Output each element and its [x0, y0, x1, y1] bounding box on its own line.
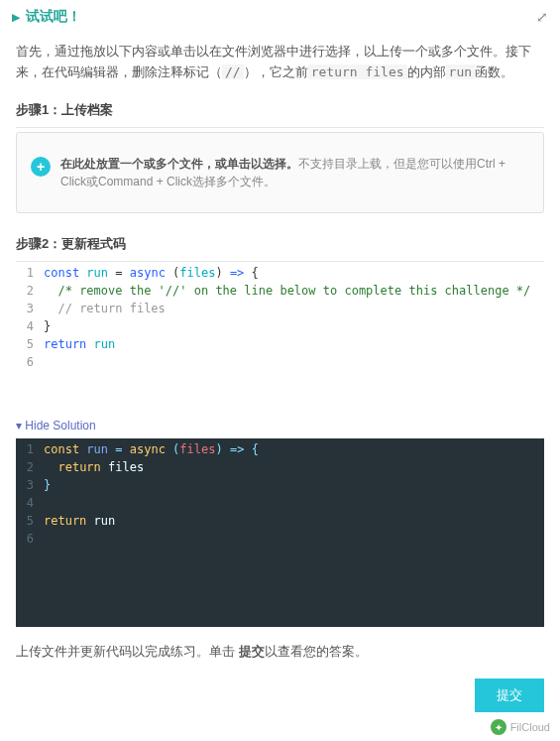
code-line: 3} [16, 476, 544, 494]
code-editor-light[interactable]: 1const run = async (files) => {2 /* remo… [16, 264, 544, 413]
line-number: 4 [16, 494, 44, 512]
line-content[interactable]: /* remove the '//' on the line below to … [44, 282, 544, 300]
code-line[interactable]: 3 // return files [16, 300, 544, 317]
upload-instructions: 在此处放置一个或多个文件，或单击以选择。不支持目录上载，但是您可以使用Ctrl … [60, 155, 529, 190]
code-line: 5return run [16, 512, 544, 530]
footer: 提交 [0, 671, 560, 720]
code-line[interactable]: 1const run = async (files) => { [16, 264, 544, 282]
code-line[interactable]: 5return run [16, 335, 544, 353]
upload-dropzone[interactable]: + 在此处放置一个或多个文件，或单击以选择。不支持目录上载，但是您可以使用Ctr… [16, 132, 544, 213]
line-number: 5 [16, 335, 44, 353]
line-content: } [44, 476, 544, 494]
code-line: 2 return files [16, 458, 544, 476]
line-content: const run = async (files) => { [44, 440, 544, 458]
line-content: return files [44, 458, 544, 476]
line-number: 3 [16, 476, 44, 494]
submit-button[interactable]: 提交 [475, 679, 544, 712]
plus-icon: + [31, 157, 51, 177]
line-number: 3 [16, 300, 44, 317]
step2-title: 步骤2：更新程式码 [0, 225, 560, 259]
line-number: 6 [16, 353, 44, 371]
line-content [44, 530, 544, 548]
code-line[interactable]: 6 [16, 353, 544, 371]
line-number: 4 [16, 317, 44, 335]
line-content[interactable]: } [44, 317, 544, 335]
line-content [44, 494, 544, 512]
panel-header: ▶ 试试吧！ ⤢ [0, 0, 560, 34]
line-number: 1 [16, 264, 44, 282]
panel-title: 试试吧！ [26, 8, 81, 26]
divider [16, 127, 544, 128]
caret-right-icon[interactable]: ▶ [12, 11, 20, 24]
line-number: 6 [16, 530, 44, 548]
step1-title: 步骤1：上传档案 [0, 91, 560, 125]
line-number: 2 [16, 282, 44, 300]
code-line: 6 [16, 530, 544, 548]
code-line: 1const run = async (files) => { [16, 440, 544, 458]
expand-icon[interactable]: ⤢ [536, 9, 548, 25]
code-line[interactable]: 2 /* remove the '//' on the line below t… [16, 282, 544, 300]
intro-text: 首先，通过拖放以下内容或单击以在文件浏览器中进行选择，以上传一个或多个文件。接下… [0, 34, 560, 91]
line-content[interactable]: return run [44, 335, 544, 353]
line-content[interactable]: const run = async (files) => { [44, 264, 544, 282]
divider [16, 261, 544, 262]
hide-solution-toggle[interactable]: ▾ Hide Solution [0, 413, 560, 438]
line-number: 1 [16, 440, 44, 458]
line-number: 2 [16, 458, 44, 476]
line-number: 5 [16, 512, 44, 530]
line-content[interactable] [44, 353, 544, 371]
wechat-icon: ✦ [491, 719, 506, 735]
code-line: 4 [16, 494, 544, 512]
watermark: ✦ FilCloud [491, 719, 550, 735]
code-editor-dark: 1const run = async (files) => {2 return … [16, 438, 544, 627]
bottom-instructions: 上传文件并更新代码以完成练习。单击 提交以查看您的答案。 [0, 627, 560, 671]
line-content[interactable]: // return files [44, 300, 544, 317]
line-content: return run [44, 512, 544, 530]
code-line[interactable]: 4} [16, 317, 544, 335]
